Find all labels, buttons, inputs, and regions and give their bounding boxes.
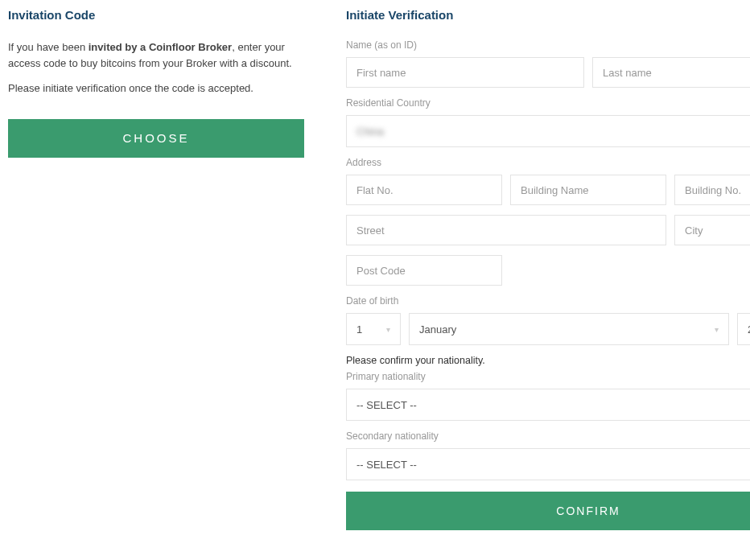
country-select[interactable]: China ▾ bbox=[346, 115, 750, 147]
nationality-note: Please confirm your nationality. bbox=[346, 355, 750, 366]
invitation-text-1-bold: invited by a Coinfloor Broker bbox=[89, 41, 232, 53]
invitation-text-1-pre: If you have been bbox=[8, 41, 89, 53]
confirm-button[interactable]: CONFIRM bbox=[346, 492, 750, 530]
secondary-nationality-label: Secondary nationality bbox=[346, 430, 750, 442]
flat-no-input[interactable] bbox=[346, 175, 502, 205]
secondary-nationality-value: -- SELECT -- bbox=[356, 459, 417, 471]
dob-day-value: 1 bbox=[356, 323, 362, 336]
primary-nationality-value: -- SELECT -- bbox=[356, 399, 417, 411]
dob-year-select[interactable]: 2010 ▾ bbox=[737, 313, 750, 345]
chevron-down-icon: ▾ bbox=[715, 325, 719, 334]
invitation-text-2: Please initiate verification once the co… bbox=[8, 80, 314, 97]
dob-month-select[interactable]: January ▾ bbox=[409, 313, 729, 345]
dob-label: Date of birth bbox=[346, 295, 750, 307]
country-value: China bbox=[356, 126, 384, 138]
verification-panel: Initiate Verification Name (as on ID) Re… bbox=[346, 8, 750, 530]
postcode-input[interactable] bbox=[346, 255, 502, 286]
chevron-down-icon: ▾ bbox=[386, 325, 390, 334]
building-name-input[interactable] bbox=[510, 175, 666, 205]
invitation-code-panel: Invitation Code If you have been invited… bbox=[8, 8, 314, 530]
primary-nationality-label: Primary nationality bbox=[346, 371, 750, 382]
street-input[interactable] bbox=[346, 215, 666, 245]
invitation-text-1: If you have been invited by a Coinfloor … bbox=[8, 39, 314, 71]
primary-nationality-select[interactable]: -- SELECT -- ▾ bbox=[346, 389, 750, 421]
city-input[interactable] bbox=[674, 215, 750, 245]
first-name-input[interactable] bbox=[346, 57, 584, 88]
last-name-input[interactable] bbox=[592, 57, 750, 88]
address-label: Address bbox=[346, 157, 750, 168]
dob-day-select[interactable]: 1 ▾ bbox=[346, 313, 401, 345]
building-no-input[interactable] bbox=[674, 175, 750, 205]
secondary-nationality-select[interactable]: -- SELECT -- ▾ bbox=[346, 448, 750, 480]
choose-button[interactable]: CHOOSE bbox=[8, 119, 304, 158]
name-label: Name (as on ID) bbox=[346, 39, 750, 51]
verification-heading: Initiate Verification bbox=[346, 8, 750, 22]
country-label: Residential Country bbox=[346, 97, 750, 109]
invitation-heading: Invitation Code bbox=[8, 8, 314, 22]
dob-month-value: January bbox=[419, 323, 456, 336]
